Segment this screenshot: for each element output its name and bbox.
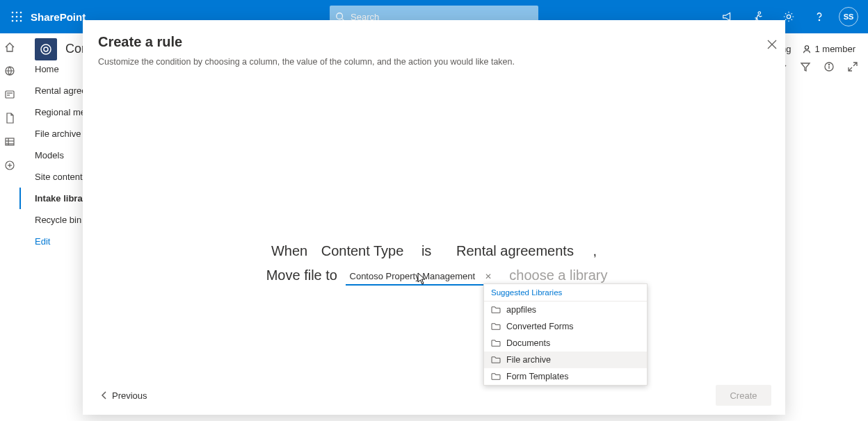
library-picker[interactable]: choose a library <box>508 267 602 285</box>
dropdown-item-documents[interactable]: Documents <box>484 335 647 352</box>
svg-point-5 <box>20 16 22 18</box>
dialog-subtitle: Customize the condition by choosing a co… <box>98 57 766 67</box>
person-icon <box>802 44 812 54</box>
svg-point-12 <box>787 15 790 18</box>
site-left-nav: Home Rental agreement Regional meeting F… <box>19 56 93 252</box>
folder-icon <box>491 322 501 331</box>
folder-icon <box>491 356 501 364</box>
nav-models[interactable]: Models <box>19 145 93 166</box>
clear-site-icon[interactable]: ✕ <box>482 272 495 281</box>
news-icon[interactable] <box>3 88 17 101</box>
create-rule-dialog: Create a rule Customize the condition by… <box>83 20 785 415</box>
help-icon[interactable] <box>808 6 830 28</box>
svg-point-27 <box>805 45 809 49</box>
svg-point-8 <box>20 20 22 22</box>
avatar[interactable]: SS <box>839 7 858 26</box>
nav-regional-meeting[interactable]: Regional meeting <box>19 101 93 123</box>
nav-rental-agreement[interactable]: Rental agreement <box>19 80 93 101</box>
waffle-icon[interactable] <box>0 0 33 33</box>
svg-point-3 <box>12 16 14 18</box>
svg-rect-15 <box>6 91 14 98</box>
nav-site-content[interactable]: Site content <box>19 166 93 188</box>
left-rail <box>0 33 19 421</box>
chevron-left-icon <box>101 391 108 399</box>
svg-point-0 <box>12 12 14 14</box>
is-keyword: is <box>421 243 431 258</box>
when-keyword: When <box>271 243 307 258</box>
nav-file-archive[interactable]: File archive <box>19 123 93 145</box>
svg-point-25 <box>41 44 51 54</box>
dialog-title: Create a rule <box>98 34 766 50</box>
svg-point-9 <box>337 13 343 19</box>
svg-point-1 <box>16 12 18 14</box>
site-chip[interactable]: Contoso Property Management ✕ <box>346 267 496 286</box>
folder-icon <box>491 339 501 347</box>
nav-recycle-bin[interactable]: Recycle bin <box>19 209 93 231</box>
filter-icon[interactable] <box>800 61 811 72</box>
folder-icon <box>491 372 501 381</box>
folder-icon <box>491 306 501 314</box>
action-keyword: Move file to <box>266 267 337 283</box>
dropdown-item-form-templates[interactable]: Form Templates <box>484 368 647 385</box>
create-button[interactable]: Create <box>716 385 771 406</box>
members-count[interactable]: 1 member <box>802 44 855 54</box>
previous-button[interactable]: Previous <box>101 390 147 401</box>
library-placeholder: choose a library <box>508 267 609 283</box>
home-icon[interactable] <box>3 40 17 54</box>
dropdown-item-appfiles[interactable]: appfiles <box>484 302 647 318</box>
dialog-footer: Previous Create <box>83 376 785 415</box>
svg-point-13 <box>819 19 819 20</box>
svg-point-4 <box>16 16 18 18</box>
rule-builder: When Content Type is Rental agreements ,… <box>83 71 785 376</box>
nav-home[interactable]: Home <box>19 58 93 80</box>
close-icon[interactable] <box>767 40 777 51</box>
nav-intake-library[interactable]: Intake library <box>19 188 93 209</box>
globe-icon[interactable] <box>3 64 17 78</box>
svg-point-6 <box>12 20 14 22</box>
document-icon[interactable] <box>3 111 17 125</box>
svg-point-26 <box>44 47 48 51</box>
nav-edit-link[interactable]: Edit <box>19 231 93 252</box>
avatar-initials: SS <box>844 13 854 21</box>
column-picker[interactable]: Content Type <box>316 243 410 259</box>
svg-point-7 <box>16 20 18 22</box>
dropdown-item-converted-forms[interactable]: Converted Forms <box>484 318 647 335</box>
library-toolbar <box>779 61 858 72</box>
dropdown-item-file-archive[interactable]: File archive <box>484 352 647 368</box>
brand-name[interactable]: SharePoint <box>31 11 86 23</box>
dropdown-header: Suggested Libraries <box>484 284 647 302</box>
site-chip-label: Contoso Property Management <box>347 271 479 281</box>
value-picker[interactable]: Rental agreements <box>451 243 579 259</box>
list-icon[interactable] <box>3 135 17 149</box>
info-icon[interactable] <box>823 61 835 72</box>
library-suggestions-dropdown: Suggested Libraries appfiles Converted F… <box>483 283 648 386</box>
svg-point-11 <box>758 12 761 15</box>
expand-icon[interactable] <box>847 61 858 72</box>
svg-point-30 <box>828 64 829 65</box>
svg-point-2 <box>20 12 22 14</box>
plus-circle-icon[interactable] <box>3 158 17 172</box>
comma: , <box>593 243 597 258</box>
